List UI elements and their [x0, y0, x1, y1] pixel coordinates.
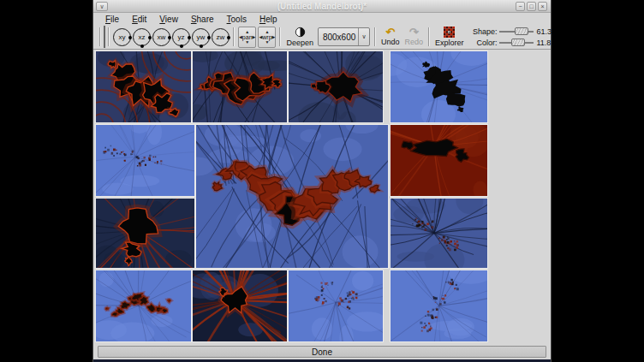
explorer-mutation-tile[interactable]: [391, 270, 487, 341]
resolution-value: 800x600: [319, 28, 358, 45]
explorer-mutation-tile[interactable]: [391, 199, 487, 268]
explorer-mutation-tile[interactable]: [96, 270, 191, 341]
deepen-button[interactable]: Deepen: [283, 26, 316, 49]
rotate-xz-button[interactable]: xz: [133, 28, 151, 46]
rotate-yw-button[interactable]: yw: [192, 28, 210, 46]
arrow-down-icon: ▼: [265, 40, 269, 45]
undo-button[interactable]: ↶ Undo: [379, 26, 402, 49]
color-slider[interactable]: [499, 38, 534, 47]
shape-slider[interactable]: [499, 27, 534, 36]
shape-slider-thumb[interactable]: [515, 27, 528, 35]
fractal-preview-button[interactable]: [104, 26, 105, 48]
rotate-xy-button[interactable]: xy: [113, 28, 131, 46]
toolbar-handle: [99, 27, 101, 46]
explorer-mutation-tile[interactable]: [96, 199, 194, 268]
warp-control[interactable]: ▲ ◀wrp▶ ▼: [258, 27, 276, 48]
explorer-mutation-tile[interactable]: [391, 125, 487, 196]
window-title: (Untitled Mandelbrot)*: [93, 2, 551, 11]
shape-slider-value: 61.3: [536, 27, 557, 36]
explorer-mutation-tile[interactable]: [96, 125, 194, 196]
explorer-label: Explorer: [435, 39, 464, 47]
menu-share[interactable]: Share: [186, 15, 219, 24]
mutation-sliders: Shape: 61.3 Color: 11.8: [468, 27, 557, 47]
menu-tools[interactable]: Tools: [222, 15, 252, 24]
toolbar-divider: [233, 27, 235, 46]
redo-button: ↷ Redo: [402, 26, 426, 49]
toolbar-divider: [428, 27, 430, 46]
main-fractal-preview[interactable]: [196, 125, 388, 268]
half-circle-icon: [295, 27, 306, 38]
window-controls: − □ ×: [516, 2, 547, 11]
menu-edit[interactable]: Edit: [127, 15, 152, 24]
explorer-toggle-button[interactable]: Explorer: [432, 26, 467, 49]
maximize-button[interactable]: □: [527, 2, 536, 11]
minimize-button[interactable]: −: [516, 2, 525, 11]
explorer-mutation-tile[interactable]: [391, 51, 487, 122]
explorer-mutation-tile[interactable]: [289, 51, 383, 122]
title-bar[interactable]: ∨ (Untitled Mandelbrot)* − □ ×: [93, 0, 551, 13]
arrow-down-icon: ▼: [245, 40, 249, 45]
color-slider-thumb[interactable]: [511, 39, 525, 46]
rotate-zw-button[interactable]: zw: [212, 28, 230, 46]
arrow-right-icon: ▶: [253, 35, 256, 39]
undo-label: Undo: [381, 38, 400, 46]
undo-arrow-icon: ↶: [385, 27, 395, 37]
explorer-mutation-tile[interactable]: [193, 51, 287, 122]
color-slider-label: Color:: [468, 39, 497, 47]
menu-help[interactable]: Help: [254, 15, 283, 24]
toolbar-divider: [374, 27, 376, 46]
color-slider-value: 11.8: [536, 39, 557, 47]
toolbar-divider: [279, 27, 281, 46]
shape-slider-label: Shape:: [468, 27, 497, 36]
redo-arrow-icon: ↷: [409, 27, 419, 37]
desktop-background: ∨ (Untitled Mandelbrot)* − □ × FileEditV…: [0, 0, 644, 362]
chevron-down-icon: ∨: [99, 3, 104, 9]
redo-label: Redo: [404, 38, 423, 46]
status-bar: Done: [98, 346, 546, 358]
close-button[interactable]: ×: [538, 2, 547, 11]
menu-view[interactable]: View: [154, 15, 183, 24]
app-window: ∨ (Untitled Mandelbrot)* − □ × FileEditV…: [92, 0, 552, 362]
explorer-grid: Done: [93, 50, 551, 362]
status-text: Done: [312, 347, 332, 357]
explorer-checker-icon: [444, 27, 455, 38]
explorer-mutation-tile[interactable]: [193, 270, 287, 341]
menubar: FileEditViewShareToolsHelp: [93, 14, 551, 25]
arrow-right-icon: ▶: [272, 35, 276, 39]
deepen-label: Deepen: [286, 39, 313, 47]
explorer-mutation-tile[interactable]: [96, 51, 191, 122]
toolbar-divider: [108, 27, 110, 46]
rotate-yz-button[interactable]: yz: [172, 28, 190, 46]
rotation-buttons: xyxzxwyzywzw: [112, 28, 230, 46]
rotate-xw-button[interactable]: xw: [152, 28, 170, 46]
resolution-select[interactable]: 800x600 ∨: [318, 27, 370, 46]
menu-file[interactable]: File: [100, 15, 124, 24]
pan-control[interactable]: ▲ ◀pan▶ ▼: [238, 27, 256, 48]
explorer-mutation-tile[interactable]: [289, 270, 383, 341]
window-menu-button[interactable]: ∨: [96, 2, 108, 11]
chevron-down-icon: ∨: [358, 28, 369, 45]
toolbar: xyxzxwyzywzw ▲ ◀pan▶ ▼ ▲ ◀wrp▶ ▼ Deepen: [93, 25, 551, 50]
